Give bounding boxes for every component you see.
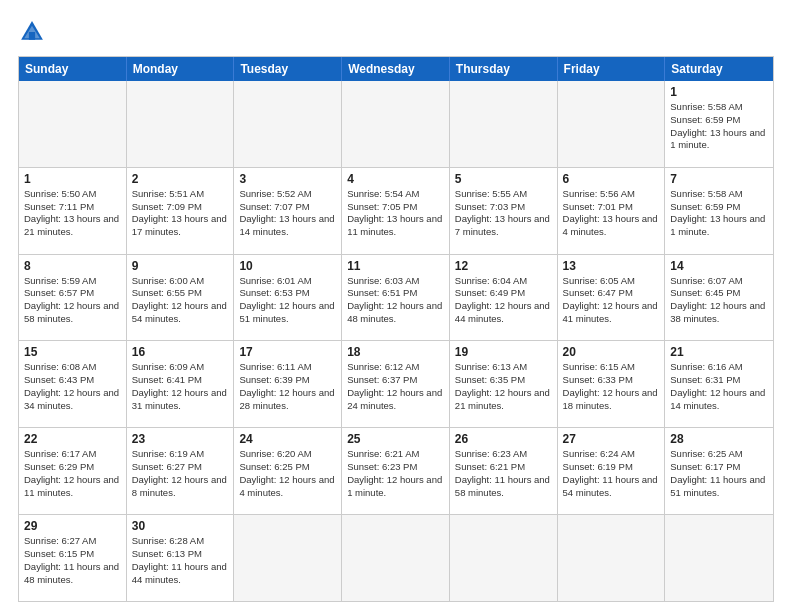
day-cell-1: 1Sunrise: 5:58 AMSunset: 6:59 PMDaylight… xyxy=(665,81,773,167)
day-cell-4: 4Sunrise: 5:54 AMSunset: 7:05 PMDaylight… xyxy=(342,168,450,254)
calendar-week-5: 29Sunrise: 6:27 AMSunset: 6:15 PMDayligh… xyxy=(19,514,773,601)
day-info: Sunrise: 6:27 AMSunset: 6:15 PMDaylight:… xyxy=(24,535,121,586)
calendar-header: SundayMondayTuesdayWednesdayThursdayFrid… xyxy=(19,57,773,81)
day-cell-27: 27Sunrise: 6:24 AMSunset: 6:19 PMDayligh… xyxy=(558,428,666,514)
day-cell-23: 23Sunrise: 6:19 AMSunset: 6:27 PMDayligh… xyxy=(127,428,235,514)
header-day-monday: Monday xyxy=(127,57,235,81)
day-info: Sunrise: 5:52 AMSunset: 7:07 PMDaylight:… xyxy=(239,188,336,239)
day-number: 23 xyxy=(132,432,229,446)
day-number: 4 xyxy=(347,172,444,186)
header-day-friday: Friday xyxy=(558,57,666,81)
day-number: 24 xyxy=(239,432,336,446)
day-number: 22 xyxy=(24,432,121,446)
header-day-tuesday: Tuesday xyxy=(234,57,342,81)
empty-cell xyxy=(19,81,127,167)
day-info: Sunrise: 6:21 AMSunset: 6:23 PMDaylight:… xyxy=(347,448,444,499)
day-cell-8: 8Sunrise: 5:59 AMSunset: 6:57 PMDaylight… xyxy=(19,255,127,341)
day-cell-21: 21Sunrise: 6:16 AMSunset: 6:31 PMDayligh… xyxy=(665,341,773,427)
day-number: 19 xyxy=(455,345,552,359)
day-info: Sunrise: 6:08 AMSunset: 6:43 PMDaylight:… xyxy=(24,361,121,412)
page: SundayMondayTuesdayWednesdayThursdayFrid… xyxy=(0,0,792,612)
svg-rect-2 xyxy=(29,32,35,40)
day-info: Sunrise: 6:23 AMSunset: 6:21 PMDaylight:… xyxy=(455,448,552,499)
calendar-week-4: 22Sunrise: 6:17 AMSunset: 6:29 PMDayligh… xyxy=(19,427,773,514)
calendar-week-1: 1Sunrise: 5:50 AMSunset: 7:11 PMDaylight… xyxy=(19,167,773,254)
empty-cell xyxy=(558,515,666,601)
day-cell-13: 13Sunrise: 6:05 AMSunset: 6:47 PMDayligh… xyxy=(558,255,666,341)
day-info: Sunrise: 5:58 AMSunset: 6:59 PMDaylight:… xyxy=(670,101,768,152)
day-cell-25: 25Sunrise: 6:21 AMSunset: 6:23 PMDayligh… xyxy=(342,428,450,514)
calendar-week-3: 15Sunrise: 6:08 AMSunset: 6:43 PMDayligh… xyxy=(19,340,773,427)
empty-cell xyxy=(234,81,342,167)
day-cell-26: 26Sunrise: 6:23 AMSunset: 6:21 PMDayligh… xyxy=(450,428,558,514)
day-cell-5: 5Sunrise: 5:55 AMSunset: 7:03 PMDaylight… xyxy=(450,168,558,254)
logo xyxy=(18,18,52,46)
day-cell-10: 10Sunrise: 6:01 AMSunset: 6:53 PMDayligh… xyxy=(234,255,342,341)
day-info: Sunrise: 6:07 AMSunset: 6:45 PMDaylight:… xyxy=(670,275,768,326)
day-info: Sunrise: 6:20 AMSunset: 6:25 PMDaylight:… xyxy=(239,448,336,499)
logo-icon xyxy=(18,18,46,46)
day-number: 16 xyxy=(132,345,229,359)
day-number: 5 xyxy=(455,172,552,186)
day-info: Sunrise: 6:00 AMSunset: 6:55 PMDaylight:… xyxy=(132,275,229,326)
day-cell-3: 3Sunrise: 5:52 AMSunset: 7:07 PMDaylight… xyxy=(234,168,342,254)
day-info: Sunrise: 6:24 AMSunset: 6:19 PMDaylight:… xyxy=(563,448,660,499)
day-cell-11: 11Sunrise: 6:03 AMSunset: 6:51 PMDayligh… xyxy=(342,255,450,341)
day-number: 13 xyxy=(563,259,660,273)
day-info: Sunrise: 6:16 AMSunset: 6:31 PMDaylight:… xyxy=(670,361,768,412)
day-number: 11 xyxy=(347,259,444,273)
day-number: 21 xyxy=(670,345,768,359)
day-number: 1 xyxy=(670,85,768,99)
header-day-wednesday: Wednesday xyxy=(342,57,450,81)
day-number: 15 xyxy=(24,345,121,359)
day-cell-16: 16Sunrise: 6:09 AMSunset: 6:41 PMDayligh… xyxy=(127,341,235,427)
day-info: Sunrise: 6:04 AMSunset: 6:49 PMDaylight:… xyxy=(455,275,552,326)
empty-cell xyxy=(450,81,558,167)
empty-cell xyxy=(450,515,558,601)
day-cell-6: 6Sunrise: 5:56 AMSunset: 7:01 PMDaylight… xyxy=(558,168,666,254)
day-info: Sunrise: 6:12 AMSunset: 6:37 PMDaylight:… xyxy=(347,361,444,412)
day-cell-29: 29Sunrise: 6:27 AMSunset: 6:15 PMDayligh… xyxy=(19,515,127,601)
day-number: 27 xyxy=(563,432,660,446)
day-info: Sunrise: 5:58 AMSunset: 6:59 PMDaylight:… xyxy=(670,188,768,239)
calendar-body: 1Sunrise: 5:58 AMSunset: 6:59 PMDaylight… xyxy=(19,81,773,601)
empty-cell xyxy=(342,81,450,167)
day-info: Sunrise: 5:50 AMSunset: 7:11 PMDaylight:… xyxy=(24,188,121,239)
day-number: 28 xyxy=(670,432,768,446)
day-number: 8 xyxy=(24,259,121,273)
day-number: 9 xyxy=(132,259,229,273)
day-info: Sunrise: 6:09 AMSunset: 6:41 PMDaylight:… xyxy=(132,361,229,412)
day-number: 29 xyxy=(24,519,121,533)
day-number: 2 xyxy=(132,172,229,186)
header-day-saturday: Saturday xyxy=(665,57,773,81)
empty-cell xyxy=(342,515,450,601)
empty-cell xyxy=(665,515,773,601)
day-cell-1: 1Sunrise: 5:50 AMSunset: 7:11 PMDaylight… xyxy=(19,168,127,254)
day-cell-9: 9Sunrise: 6:00 AMSunset: 6:55 PMDaylight… xyxy=(127,255,235,341)
day-cell-24: 24Sunrise: 6:20 AMSunset: 6:25 PMDayligh… xyxy=(234,428,342,514)
day-info: Sunrise: 5:54 AMSunset: 7:05 PMDaylight:… xyxy=(347,188,444,239)
day-cell-28: 28Sunrise: 6:25 AMSunset: 6:17 PMDayligh… xyxy=(665,428,773,514)
day-cell-14: 14Sunrise: 6:07 AMSunset: 6:45 PMDayligh… xyxy=(665,255,773,341)
day-info: Sunrise: 6:25 AMSunset: 6:17 PMDaylight:… xyxy=(670,448,768,499)
day-info: Sunrise: 5:56 AMSunset: 7:01 PMDaylight:… xyxy=(563,188,660,239)
day-number: 6 xyxy=(563,172,660,186)
day-cell-17: 17Sunrise: 6:11 AMSunset: 6:39 PMDayligh… xyxy=(234,341,342,427)
day-number: 17 xyxy=(239,345,336,359)
day-info: Sunrise: 6:19 AMSunset: 6:27 PMDaylight:… xyxy=(132,448,229,499)
day-cell-12: 12Sunrise: 6:04 AMSunset: 6:49 PMDayligh… xyxy=(450,255,558,341)
calendar-week-2: 8Sunrise: 5:59 AMSunset: 6:57 PMDaylight… xyxy=(19,254,773,341)
header-day-sunday: Sunday xyxy=(19,57,127,81)
day-info: Sunrise: 6:11 AMSunset: 6:39 PMDaylight:… xyxy=(239,361,336,412)
day-number: 14 xyxy=(670,259,768,273)
day-cell-18: 18Sunrise: 6:12 AMSunset: 6:37 PMDayligh… xyxy=(342,341,450,427)
empty-cell xyxy=(234,515,342,601)
day-number: 3 xyxy=(239,172,336,186)
day-info: Sunrise: 6:15 AMSunset: 6:33 PMDaylight:… xyxy=(563,361,660,412)
day-number: 7 xyxy=(670,172,768,186)
day-cell-7: 7Sunrise: 5:58 AMSunset: 6:59 PMDaylight… xyxy=(665,168,773,254)
day-info: Sunrise: 6:13 AMSunset: 6:35 PMDaylight:… xyxy=(455,361,552,412)
day-number: 25 xyxy=(347,432,444,446)
day-info: Sunrise: 5:55 AMSunset: 7:03 PMDaylight:… xyxy=(455,188,552,239)
empty-cell xyxy=(127,81,235,167)
